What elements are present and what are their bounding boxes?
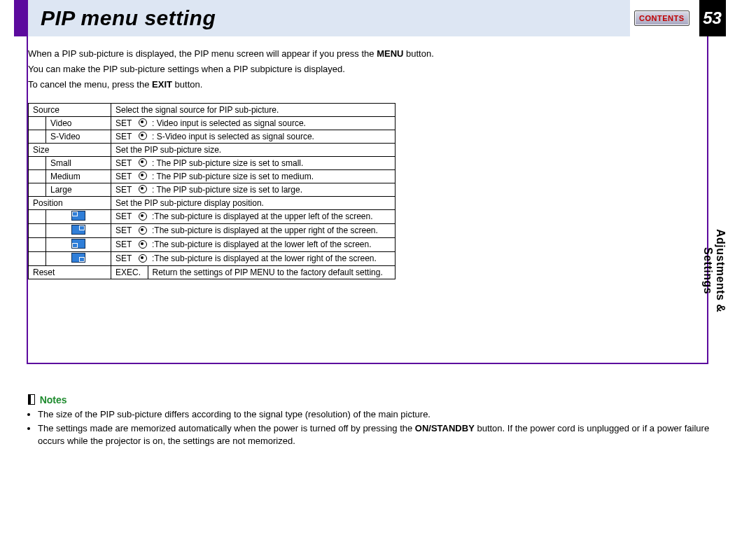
onstandby-bold: ON/STANDBY xyxy=(415,423,475,433)
header-right: CONTENTS 53 xyxy=(630,0,726,36)
row-reset-label: Reset xyxy=(29,265,111,279)
set-icon xyxy=(138,251,148,265)
table-row: SET :The sub-picture is displayed at the… xyxy=(29,209,396,223)
row-size-desc: Set the PIP sub-picture size. xyxy=(111,143,396,156)
indent xyxy=(29,237,46,251)
note-item: The settings made are memorized automati… xyxy=(38,422,728,447)
intro-p3c: button. xyxy=(172,79,202,90)
pos-icon-ul xyxy=(46,209,111,223)
row-reset-desc: Return the settings of PIP MENU to the f… xyxy=(148,265,395,279)
pos-icon-ll xyxy=(46,237,111,251)
row-svideo-desc: : S-Video input is selected as signal so… xyxy=(148,130,395,143)
circle-icon xyxy=(139,254,147,263)
menu-bold: MENU xyxy=(377,48,403,59)
intro-p1a: When a PIP sub-picture is displayed, the… xyxy=(28,48,377,59)
intro-p3a: To cancel the menu, press the xyxy=(28,79,152,90)
table-row: SET :The sub-picture is displayed at the… xyxy=(29,223,396,237)
row-set: SET xyxy=(111,237,139,251)
notes-section: Notes The size of the PIP sub-picture di… xyxy=(28,391,728,448)
pos-icon-ur xyxy=(46,223,111,237)
intro-p1c: button. xyxy=(403,48,433,59)
table-row: SET :The sub-picture is displayed at the… xyxy=(29,237,396,251)
indent xyxy=(29,183,46,196)
row-small-label: Small xyxy=(46,156,111,169)
row-source-label: Source xyxy=(29,103,111,116)
row-set: SET xyxy=(111,169,139,183)
note-marker-icon xyxy=(28,394,35,405)
notes-heading: Notes xyxy=(40,394,67,405)
set-icon xyxy=(138,156,148,169)
table-row: Reset EXEC. Return the settings of PIP M… xyxy=(29,265,396,279)
row-reset-exec: EXEC. xyxy=(111,265,148,279)
indent xyxy=(29,130,46,143)
intro-text: When a PIP sub-picture is displayed, the… xyxy=(28,48,728,92)
intro-p3: To cancel the menu, press the EXIT butto… xyxy=(28,78,728,91)
page-title: PIP menu setting xyxy=(41,6,216,30)
set-icon xyxy=(138,169,148,183)
circle-icon xyxy=(139,118,147,127)
indent xyxy=(29,209,46,223)
position-lower-left-icon xyxy=(71,239,85,249)
row-small-desc: : The PIP sub-picture size is set to sma… xyxy=(148,156,395,169)
indent xyxy=(29,251,46,265)
note-item: The size of the PIP sub-picture differs … xyxy=(38,408,728,421)
row-pos-lr-desc: :The sub-picture is displayed at the low… xyxy=(148,251,395,265)
circle-icon xyxy=(139,226,147,235)
row-video-label: Video xyxy=(46,116,111,130)
row-pos-ul-desc: :The sub-picture is displayed at the upp… xyxy=(148,209,395,223)
left-margin xyxy=(0,0,14,36)
page: PIP menu setting CONTENTS 53 Adjustments… xyxy=(0,0,756,447)
content: When a PIP sub-picture is displayed, the… xyxy=(0,36,756,447)
purple-stripe xyxy=(14,0,28,36)
row-set: SET xyxy=(111,251,139,265)
row-set: SET xyxy=(111,183,139,196)
circle-icon xyxy=(139,212,147,221)
table-row: Large SET : The PIP sub-picture size is … xyxy=(29,183,396,196)
row-size-label: Size xyxy=(29,143,111,156)
intro-p2: You can make the PIP sub-picture setting… xyxy=(28,63,728,76)
set-icon xyxy=(138,130,148,143)
table-row: Source Select the signal source for PIP … xyxy=(29,103,396,116)
row-position-desc: Set the PIP sub-picture display position… xyxy=(111,196,396,209)
row-pos-ur-desc: :The sub-picture is displayed at the upp… xyxy=(148,223,395,237)
indent xyxy=(29,223,46,237)
circle-icon xyxy=(139,185,147,193)
circle-icon xyxy=(139,158,147,167)
row-video-desc: : Video input is selected as signal sour… xyxy=(148,116,395,130)
row-medium-label: Medium xyxy=(46,169,111,183)
row-large-desc: : The PIP sub-picture size is set to lar… xyxy=(148,183,395,196)
table-row: Medium SET : The PIP sub-picture size is… xyxy=(29,169,396,183)
row-large-label: Large xyxy=(46,183,111,196)
position-lower-right-icon xyxy=(71,253,85,263)
row-set: SET xyxy=(111,209,139,223)
table-row: SET :The sub-picture is displayed at the… xyxy=(29,251,396,265)
page-number: 53 xyxy=(699,0,726,36)
pos-icon-lr xyxy=(46,251,111,265)
row-set: SET xyxy=(111,156,139,169)
position-upper-right-icon xyxy=(71,225,85,235)
row-set: SET xyxy=(111,223,139,237)
row-set: SET xyxy=(111,130,139,143)
title-bar: PIP menu setting xyxy=(0,0,630,36)
table-row: Video SET : Video input is selected as s… xyxy=(29,116,396,130)
circle-icon xyxy=(139,132,147,140)
row-svideo-label: S-Video xyxy=(46,130,111,143)
row-pos-ll-desc: :The sub-picture is displayed at the low… xyxy=(148,237,395,251)
row-set: SET xyxy=(111,116,139,130)
indent xyxy=(29,169,46,183)
table-row: Size Set the PIP sub-picture size. xyxy=(29,143,396,156)
indent xyxy=(29,116,46,130)
circle-icon xyxy=(139,172,147,180)
indent xyxy=(29,156,46,169)
exit-bold: EXIT xyxy=(152,79,172,90)
circle-icon xyxy=(139,240,147,249)
table-row: Small SET : The PIP sub-picture size is … xyxy=(29,156,396,169)
set-icon xyxy=(138,183,148,196)
row-position-label: Position xyxy=(29,196,111,209)
row-source-desc: Select the signal source for PIP sub-pic… xyxy=(111,103,396,116)
set-icon xyxy=(138,223,148,237)
contents-button[interactable]: CONTENTS xyxy=(634,11,690,26)
set-icon xyxy=(138,116,148,130)
note-2a: The settings made are memorized automati… xyxy=(38,423,415,433)
row-medium-desc: : The PIP sub-picture size is set to med… xyxy=(148,169,395,183)
